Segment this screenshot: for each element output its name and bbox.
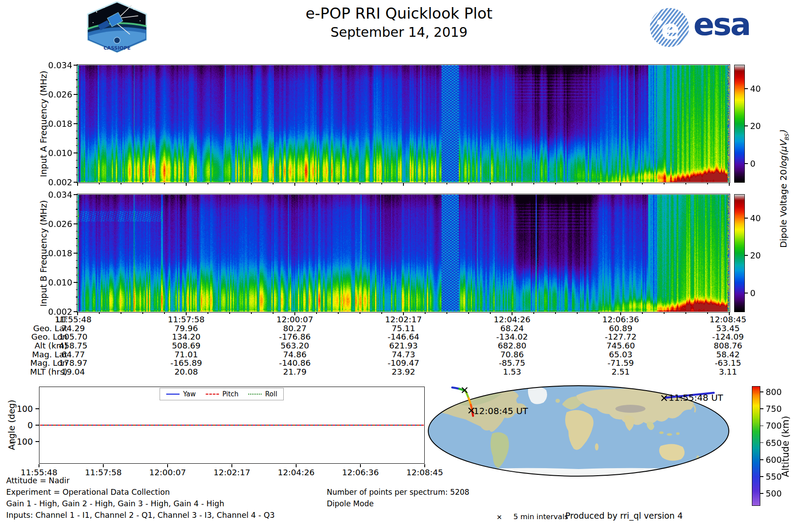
ephemeris-cell: 71.01 <box>140 350 233 359</box>
dipole-label-math: log(μV <box>778 141 789 169</box>
cassiope-patch-label: CASSIOPE <box>104 45 131 51</box>
input-b-ytick-label: 0.010 <box>39 278 72 287</box>
altitude-colorbar <box>752 387 760 505</box>
angle-legend: Yaw Pitch Roll <box>160 388 284 400</box>
input-a-ytick-label: 0.002 <box>39 177 72 187</box>
ephemeris-cell: 621.93 <box>357 341 450 350</box>
ephemeris-cell: -165.89 <box>140 359 233 368</box>
ephemeris-cell: 12:00:07 <box>248 315 341 324</box>
input-b-xtick-minor <box>446 312 447 314</box>
angle-ytick <box>35 441 39 442</box>
input-b-ytick-minor <box>76 202 78 202</box>
angle-ytick <box>35 408 39 409</box>
alt-tick <box>760 476 763 477</box>
angle-xtick-label: 12:04:26 <box>267 468 325 477</box>
yaw-line-sample <box>166 394 180 395</box>
input-a-xtick-minor <box>577 183 577 184</box>
ephemeris-cell: 75.11 <box>357 324 450 333</box>
input-a-ytick <box>74 123 78 124</box>
input-a-xtick-minor <box>425 183 425 184</box>
pitch-line-sample <box>206 394 219 395</box>
ephemeris-cell: -71.59 <box>574 359 667 368</box>
input-a-xtick <box>294 183 295 186</box>
alt-tick-label: 550 <box>766 472 782 481</box>
ephemeris-cell: 64.77 <box>27 350 120 359</box>
dipole-cbar-a-tick-label: 20 <box>750 121 761 131</box>
input-a-xtick-minor <box>273 183 273 184</box>
input-a-xtick-minor <box>360 183 360 184</box>
dipole-cbar-a-tick-label: 40 <box>750 84 761 94</box>
input-a-ytick-minor <box>76 102 78 102</box>
esa-globe-icon: e <box>648 6 691 49</box>
alt-tick-label: 500 <box>766 489 782 498</box>
input-b-ytick-minor <box>76 238 78 239</box>
ephemeris-cell: 21.79 <box>248 368 341 376</box>
alt-tick <box>760 459 763 460</box>
dipole-cbar-b-tick <box>745 293 748 293</box>
input-a-xtick-minor <box>642 183 642 184</box>
input-b-xtick-minor <box>273 312 273 314</box>
dipole-cbar-b-tick <box>745 218 748 219</box>
input-a-ytick-minor <box>76 138 78 138</box>
input-b-ytick-minor <box>76 231 78 231</box>
ephemeris-cell: 60.89 <box>574 324 667 333</box>
input-b-xtick-minor <box>468 312 469 314</box>
input-b-xtick <box>77 312 78 315</box>
input-a-xtick-minor <box>664 183 664 184</box>
input-a-xtick-minor <box>707 183 708 184</box>
dipole-cbar-a-tick <box>745 88 748 89</box>
dipole-cbar-b-tick-label: 20 <box>750 250 761 260</box>
track-time-annotation: 12:08:45 UT <box>473 406 528 416</box>
input-a-xtick <box>403 183 404 186</box>
intervals-marker-icon: ✕ <box>497 513 502 521</box>
input-b-ytick <box>74 253 78 254</box>
ephemeris-cell: 74.73 <box>357 350 450 359</box>
ephemeris-cell: 80.27 <box>248 324 341 333</box>
input-b-xtick-minor <box>490 312 490 314</box>
input-a-ytick <box>74 153 78 153</box>
input-b-xtick-minor <box>164 312 164 314</box>
input-a-xtick-minor <box>381 183 382 184</box>
ephemeris-cell: -63.15 <box>681 359 775 368</box>
input-a-xtick <box>729 183 730 186</box>
pitch-label: Pitch <box>223 390 239 398</box>
dipole-colorbar-a <box>735 65 744 182</box>
alt-tick-label: 750 <box>766 404 782 414</box>
angle-xtick <box>231 464 232 467</box>
input-b-xtick-minor <box>555 312 555 314</box>
input-b-xtick <box>186 312 187 315</box>
dipole-cbar-a-tick <box>745 163 748 164</box>
input-b-xtick-minor <box>229 312 230 314</box>
ephemeris-cell: 105.70 <box>27 332 120 341</box>
dipole-label-close: ) <box>778 130 789 134</box>
dipole-cbar-b-tick <box>745 255 748 256</box>
angle-xtick-label: 11:57:58 <box>74 468 132 477</box>
alt-tick <box>760 391 763 392</box>
input-a-ytick-label: 0.026 <box>39 90 72 99</box>
input-b-xtick <box>729 312 730 315</box>
input-a-xtick-minor <box>229 183 230 184</box>
input-a-ytick-minor <box>76 87 78 87</box>
input-b-xtick <box>620 312 621 315</box>
esa-logo: e esa <box>648 5 759 47</box>
dipole-cbar-b-tick-label: 40 <box>750 213 761 223</box>
input-a-xtick-minor <box>338 183 338 184</box>
input-a-xtick-minor <box>555 183 555 184</box>
angle-xtick <box>103 464 104 467</box>
angle-xtick <box>424 464 425 467</box>
dipole-label-sub: BS <box>784 134 790 141</box>
ephemeris-cell: -176.86 <box>248 332 341 341</box>
track-segment <box>452 387 459 389</box>
ephemeris-cell: 808.76 <box>681 341 775 350</box>
input-b-xtick-minor <box>338 312 338 314</box>
input-a-ytick-minor <box>76 116 78 117</box>
input-b-xtick-minor <box>381 312 382 314</box>
ephemeris-cell: 508.69 <box>140 341 233 350</box>
input-a-xtick-minor <box>468 183 469 184</box>
ephemeris-cell: 79.96 <box>140 324 233 333</box>
angle-xtick <box>167 464 168 467</box>
input-b-spectrogram-canvas <box>78 195 729 312</box>
angle-xtick-label: 12:02:17 <box>203 468 261 477</box>
input-b-ytick-minor <box>76 289 78 290</box>
dipole-colorbar-b <box>735 195 744 312</box>
